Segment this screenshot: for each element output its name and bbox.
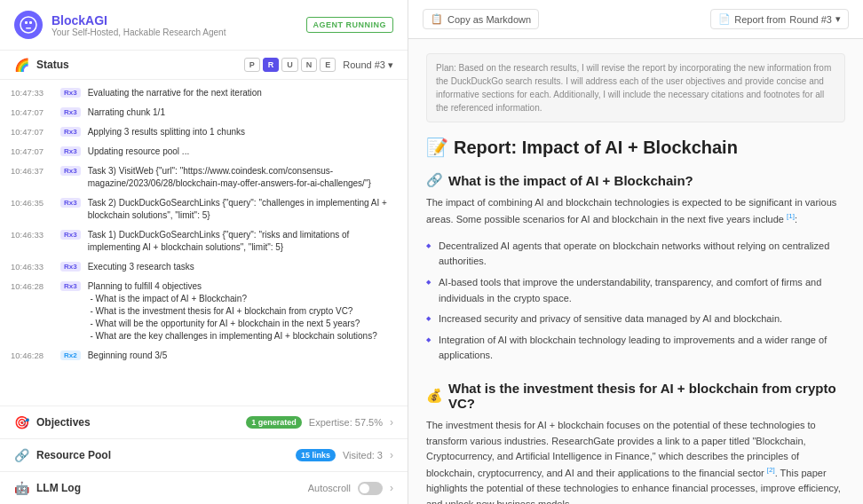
app-title: BlockAGI [51,13,297,28]
status-bar: 🌈 Status P R U N E Round #3 ▾ [0,51,408,80]
log-entry: 10:46:28Rx3Planning to fulfill 4 objecti… [0,277,408,346]
log-text: Task 2) DuckDuckGoSearchLinks {"query": … [88,197,397,222]
article-title-text: Report: Impact of AI + Blockchain [454,138,738,158]
report-round-value: Round #3 [789,14,832,25]
log-time: 10:46:33 [11,261,53,272]
svg-point-0 [20,17,36,33]
bottom-row-label: Objectives [36,416,239,429]
log-entry: 10:46:35Rx3Task 2) DuckDuckGoSearchLinks… [0,193,408,225]
log-time: 10:46:37 [11,165,53,176]
app-title-group: BlockAGI Your Self-Hosted, Hackable Rese… [51,13,297,37]
article-title: 📝 Report: Impact of AI + Blockchain [426,137,845,158]
log-badge: Rx3 [60,88,81,98]
log-time: 10:46:35 [11,197,53,208]
log-badge: Rx3 [60,146,81,156]
bottom-section: 🎯Objectives1 generatedExpertise: 57.5%›🔗… [0,406,408,504]
round-label: Round #3 [343,59,385,70]
report-label: Report from [734,14,786,25]
bottom-row-icon: 🤖 [14,481,29,495]
log-time: 10:46:28 [11,280,53,291]
count-badge: 1 generated [246,416,302,429]
log-text: Task 3) VisitWeb {"url": "https://www.co… [88,165,397,190]
log-text: Evaluating the narrative for the next it… [88,87,397,99]
copy-icon: 📋 [431,13,443,25]
log-text: Updating resource pool ... [88,146,397,158]
plan-note: Plan: Based on the research results, I w… [426,53,845,122]
svg-rect-3 [26,28,31,29]
section-heading-text: What is the impact of AI + Blockchain? [448,173,693,188]
round-selector[interactable]: Round #3 ▾ [343,59,393,71]
pill-p[interactable]: P [244,58,260,72]
app-subtitle: Your Self-Hosted, Hackable Research Agen… [51,28,297,37]
section-list: Decentralized AI agents that operate on … [426,236,845,366]
log-text: Applying 3 results splitting into 1 chun… [88,126,397,138]
copy-markdown-label: Copy as Markdown [447,14,531,25]
article-sections: 🔗What is the impact of AI + Blockchain?T… [426,172,845,504]
bottom-row-icon: 🔗 [14,448,29,462]
log-time: 10:47:07 [11,106,53,117]
left-panel: BlockAGI Your Self-Hosted, Hackable Rese… [0,0,408,504]
chevron-right-icon: › [390,482,393,494]
svg-rect-2 [29,21,32,24]
report-round-selector[interactable]: 📄 Report from Round #3 ▾ [710,9,849,29]
report-icon: 📄 [718,13,731,25]
section-heading-text: What is the investment thesis for AI + b… [448,381,845,411]
log-time: 10:46:28 [11,350,53,360]
bottom-row-objectives[interactable]: 🎯Objectives1 generatedExpertise: 57.5%› [0,406,408,439]
log-entry: 10:46:33Rx3Task 1) DuckDuckGoSearchLinks… [0,225,408,257]
log-badge: Rx3 [60,107,81,117]
log-entry: 10:46:28Rx2Beginning round 3/5 [0,346,408,366]
bottom-row-label: Resource Pool [36,449,289,461]
app-logo [14,11,43,39]
pill-r[interactable]: R [263,58,280,72]
bottom-row-resource-pool[interactable]: 🔗Resource Pool15 linksVisited: 3› [0,439,408,472]
pill-u[interactable]: U [281,58,298,72]
svg-rect-1 [25,21,28,24]
article-content: Plan: Based on the research results, I w… [408,39,863,504]
list-item: Integration of AI with blockchain techno… [426,330,845,366]
log-entry: 10:47:07Rx3Applying 3 results splitting … [0,122,408,142]
section-emoji: 🔗 [426,172,443,188]
pill-e[interactable]: E [320,58,336,72]
log-badge: Rx2 [60,350,81,360]
list-item: Increased security and privacy of sensit… [426,309,845,330]
autoscroll-label: Autoscroll [308,483,351,493]
log-time: 10:47:07 [11,126,53,137]
log-badge: Rx3 [60,262,81,272]
chevron-down-icon: ▾ [835,13,841,25]
bottom-row-llm-log[interactable]: 🤖LLM LogAutoscroll› [0,472,408,504]
bottom-row-meta: Visited: 3 [343,450,383,461]
autoscroll-toggle[interactable] [358,482,383,495]
log-entry: 10:47:07Rx3Narrating chunk 1/1 [0,103,408,122]
bottom-row-icon: 🎯 [14,415,29,429]
log-text: Narrating chunk 1/1 [88,106,397,119]
title-emoji: 📝 [426,137,448,158]
log-entry: 10:46:33Rx3Executing 3 research tasks [0,257,408,277]
section-heading: 💰What is the investment thesis for AI + … [426,381,845,411]
log-container: 10:47:33Rx3Evaluating the narrative for … [0,80,408,406]
section-body: The impact of combining AI and blockchai… [426,195,845,227]
log-badge: Rx3 [60,166,81,176]
section-body: The investment thesis for AI + blockchai… [426,418,845,504]
log-text: Beginning round 3/5 [88,350,397,362]
bottom-row-meta: Expertise: 57.5% [309,417,383,428]
app-header: BlockAGI Your Self-Hosted, Hackable Rese… [0,0,408,51]
right-toolbar: 📋 Copy as Markdown 📄 Report from Round #… [408,0,863,39]
pill-n[interactable]: N [301,58,318,72]
log-badge: Rx3 [60,127,81,137]
log-entry: 10:46:37Rx3Task 3) VisitWeb {"url": "htt… [0,161,408,193]
chevron-right-icon: › [390,416,393,429]
log-badge: Rx3 [60,198,81,208]
log-badge: Rx3 [60,281,81,291]
log-time: 10:47:33 [11,87,53,98]
status-icon: 🌈 [14,58,29,72]
log-badge: Rx3 [60,230,81,240]
log-entry: 10:47:33Rx3Evaluating the narrative for … [0,83,408,103]
section-emoji: 💰 [426,388,443,404]
list-item: Decentralized AI agents that operate on … [426,236,845,272]
log-text: Executing 3 research tasks [88,261,397,273]
section-heading: 🔗What is the impact of AI + Blockchain? [426,172,845,188]
chevron-down-icon: ▾ [388,59,393,71]
log-text: Task 1) DuckDuckGoSearchLinks {"query": … [88,229,397,254]
copy-markdown-button[interactable]: 📋 Copy as Markdown [423,9,539,29]
